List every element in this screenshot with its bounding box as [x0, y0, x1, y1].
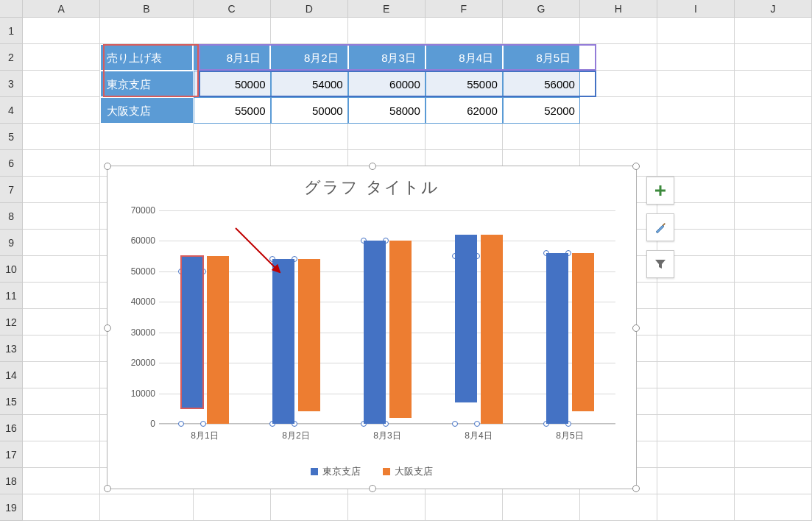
- cell-I14[interactable]: [657, 362, 735, 388]
- cell-J16[interactable]: [735, 415, 812, 441]
- cell-A6[interactable]: [23, 150, 100, 177]
- cell-J8[interactable]: [735, 203, 812, 230]
- cell-J9[interactable]: [735, 230, 812, 256]
- cell-J2[interactable]: [735, 44, 812, 71]
- chart-handle-tc[interactable]: [369, 163, 376, 170]
- bar-東京支店-8月4日[interactable]: [455, 235, 477, 402]
- cell-A1[interactable]: [23, 18, 100, 44]
- chart-handle-mr[interactable]: [632, 324, 640, 332]
- chart-legend[interactable]: 東京支店 大阪支店: [107, 465, 636, 478]
- cell-F1[interactable]: [426, 18, 503, 44]
- chart-handle-bl[interactable]: [104, 485, 111, 492]
- col-header-D[interactable]: D: [271, 0, 348, 18]
- row-header-7[interactable]: 7: [0, 177, 23, 203]
- row-header-17[interactable]: 17: [0, 441, 23, 468]
- cell-A4[interactable]: [23, 97, 100, 124]
- row-header-11[interactable]: 11: [0, 283, 23, 309]
- cell-J17[interactable]: [735, 441, 812, 468]
- cell-E19[interactable]: [348, 494, 426, 521]
- cell-B5[interactable]: [100, 124, 193, 150]
- row-header-8[interactable]: 8: [0, 203, 23, 230]
- cell-E1[interactable]: [348, 18, 426, 44]
- cell-I2[interactable]: [657, 44, 735, 71]
- row-header-9[interactable]: 9: [0, 230, 23, 256]
- cell-F4[interactable]: 62000: [426, 97, 503, 124]
- cell-A3[interactable]: [23, 71, 100, 97]
- cell-D5[interactable]: [271, 124, 348, 150]
- cell-A18[interactable]: [23, 468, 100, 494]
- cell-B19[interactable]: [100, 494, 193, 521]
- cell-F3[interactable]: 55000: [426, 71, 503, 97]
- row-header-12[interactable]: 12: [0, 309, 23, 335]
- cell-B3[interactable]: 東京支店: [100, 71, 193, 97]
- bar-大阪支店-8月4日[interactable]: [481, 235, 503, 424]
- cell-A11[interactable]: [23, 283, 100, 309]
- chart-elements-button[interactable]: [646, 177, 674, 205]
- cell-J1[interactable]: [735, 18, 812, 44]
- cell-H1[interactable]: [580, 18, 657, 44]
- cell-F19[interactable]: [426, 494, 503, 521]
- chart-handle-br[interactable]: [632, 485, 640, 492]
- cell-H3[interactable]: [580, 71, 657, 97]
- cell-I4[interactable]: [657, 97, 735, 124]
- chart-handle-tl[interactable]: [104, 163, 111, 170]
- chart-title[interactable]: グラフ タイトル: [107, 166, 636, 199]
- cell-A15[interactable]: [23, 388, 100, 415]
- cell-J18[interactable]: [735, 468, 812, 494]
- cell-J15[interactable]: [735, 388, 812, 415]
- row-header-5[interactable]: 5: [0, 124, 23, 150]
- chart-handle-tr[interactable]: [632, 163, 640, 170]
- cell-G2[interactable]: 8月5日: [503, 44, 580, 71]
- row-header-19[interactable]: 19: [0, 494, 23, 521]
- cell-B4[interactable]: 大阪支店: [100, 97, 193, 124]
- col-header-F[interactable]: F: [426, 0, 503, 18]
- cell-J7[interactable]: [735, 177, 812, 203]
- cell-A14[interactable]: [23, 362, 100, 388]
- cell-G5[interactable]: [503, 124, 580, 150]
- bar-大阪支店-8月5日[interactable]: [572, 253, 594, 411]
- cell-I5[interactable]: [657, 124, 735, 150]
- cell-D2[interactable]: 8月2日: [270, 44, 347, 71]
- cell-J13[interactable]: [735, 335, 812, 362]
- cell-G19[interactable]: [503, 494, 580, 521]
- cell-C5[interactable]: [194, 124, 271, 150]
- row-header-3[interactable]: 3: [0, 71, 23, 97]
- cell-A7[interactable]: [23, 177, 100, 203]
- cell-J11[interactable]: [735, 283, 812, 309]
- cell-I11[interactable]: [657, 283, 735, 309]
- cell-A10[interactable]: [23, 256, 100, 283]
- cell-A8[interactable]: [23, 203, 100, 230]
- cell-J14[interactable]: [735, 362, 812, 388]
- legend-item-2[interactable]: 大阪支店: [383, 465, 433, 478]
- cell-H4[interactable]: [580, 97, 657, 124]
- col-header-A[interactable]: A: [23, 0, 100, 18]
- cell-J12[interactable]: [735, 309, 812, 335]
- col-header-G[interactable]: G: [503, 0, 580, 18]
- cell-D19[interactable]: [271, 494, 348, 521]
- cell-I16[interactable]: [657, 415, 735, 441]
- cell-J6[interactable]: [735, 150, 812, 177]
- chart-filter-button[interactable]: [646, 250, 674, 278]
- chart-styles-button[interactable]: [646, 213, 674, 241]
- select-all-corner[interactable]: [0, 0, 23, 18]
- cell-C2[interactable]: 8月1日: [193, 44, 270, 71]
- row-header-4[interactable]: 4: [0, 97, 23, 124]
- row-header-10[interactable]: 10: [0, 256, 23, 283]
- col-header-H[interactable]: H: [580, 0, 657, 18]
- cell-E2[interactable]: 8月3日: [348, 44, 426, 71]
- cell-E3[interactable]: 60000: [348, 71, 426, 97]
- cell-D3[interactable]: 54000: [271, 71, 348, 97]
- cell-E4[interactable]: 58000: [348, 97, 426, 124]
- col-header-B[interactable]: B: [100, 0, 193, 18]
- chart-handle-ml[interactable]: [104, 324, 111, 332]
- cell-I19[interactable]: [657, 494, 735, 521]
- cell-J3[interactable]: [735, 71, 812, 97]
- cell-D1[interactable]: [271, 18, 348, 44]
- bar-東京支店-8月3日[interactable]: [364, 241, 386, 424]
- cell-I13[interactable]: [657, 335, 735, 362]
- cell-A9[interactable]: [23, 230, 100, 256]
- row-header-1[interactable]: 1: [0, 18, 23, 44]
- bar-東京支店-8月5日[interactable]: [546, 253, 568, 424]
- cell-I15[interactable]: [657, 388, 735, 415]
- col-header-I[interactable]: I: [657, 0, 735, 18]
